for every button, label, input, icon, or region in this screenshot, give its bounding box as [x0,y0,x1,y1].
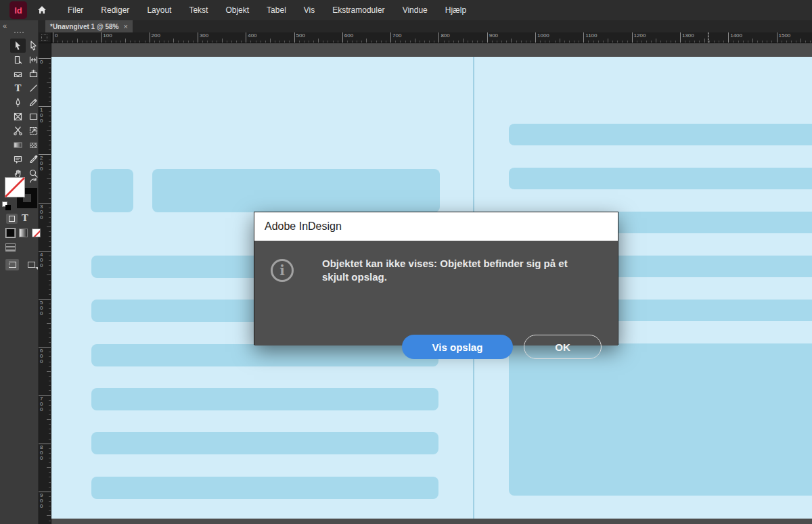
menu-vis[interactable]: Vis [295,0,323,20]
content-collector-tool-icon[interactable] [10,67,26,81]
default-fill-stroke-icon[interactable] [2,201,11,210]
tab-close-icon[interactable]: × [123,23,127,30]
gradient-tool-icon[interactable] [10,138,26,152]
document-tab-label: *Unavngivet 1 @ 58% [50,23,118,30]
content-block[interactable] [509,343,812,496]
note-tool-icon[interactable] [10,152,26,166]
alert-dialog: Adobe InDesign i Objektet kan ikke vises… [254,212,618,345]
frame-tool-icon[interactable] [10,110,26,124]
dialog-body: i Objektet kan ikke vises: Objektet befi… [254,241,618,346]
gradient-feather-tool-icon[interactable] [26,138,41,152]
type-tool-icon[interactable]: T [10,81,26,95]
pencil-tool-icon[interactable] [26,95,41,110]
fill-color-swatch[interactable] [5,177,25,197]
content-block[interactable] [509,124,812,145]
direct-selection-tool-icon[interactable] [26,39,41,53]
apply-none-button[interactable] [32,229,41,237]
ok-button[interactable]: OK [524,335,602,359]
tools-panel: « T [0,20,39,524]
page-tool-icon[interactable] [10,53,26,67]
eyedropper-tool-icon[interactable] [26,152,41,166]
chevron-down-icon [35,267,38,270]
menu-vindue[interactable]: Vindue [394,0,436,20]
content-block[interactable] [152,169,440,212]
apply-color-row [6,229,41,237]
home-icon[interactable] [36,4,48,16]
menu-layout[interactable]: Layout [138,0,180,20]
dialog-title: Adobe InDesign [254,212,618,241]
horizontal-ruler[interactable]: 0100200300400500600700800900100011001200… [39,32,812,43]
content-block[interactable] [91,477,438,499]
content-block[interactable] [91,388,438,410]
content-block[interactable] [509,168,812,189]
scissors-tool-icon[interactable] [10,124,26,138]
menu-bar: Id Filer Rediger Layout Tekst Objekt Tab… [0,0,812,20]
content-placer-tool-icon[interactable] [26,67,41,81]
indesign-window: Id Filer Rediger Layout Tekst Objekt Tab… [0,0,812,524]
swap-fill-stroke-icon[interactable] [29,176,38,185]
menu-tekst[interactable]: Tekst [180,0,217,20]
indesign-logo-icon: Id [9,1,27,19]
screen-mode-normal-button[interactable] [5,259,19,270]
menu-ekstramoduler[interactable]: Ekstramoduler [323,0,393,20]
content-block[interactable] [91,432,438,454]
line-tool-icon[interactable] [26,81,41,95]
content-block[interactable] [91,169,133,212]
gap-tool-icon[interactable] [26,53,41,67]
menu-items: Filer Rediger Layout Tekst Objekt Tabel … [59,0,475,20]
menu-tabel[interactable]: Tabel [258,0,295,20]
dialog-message: Objektet kan ikke vises: Objektet befind… [322,257,593,284]
formatting-container-button[interactable] [6,214,18,224]
menu-objekt[interactable]: Objekt [217,0,258,20]
formatting-text-button[interactable]: T [22,213,28,223]
document-tab-bar: *Unavngivet 1 @ 58% × [39,20,812,32]
tool-list: T [10,39,41,181]
free-transform-tool-icon[interactable] [26,124,41,138]
selection-tool-icon[interactable] [10,39,26,53]
document-tab[interactable]: *Unavngivet 1 @ 58% × [45,20,133,32]
view-options-icon[interactable] [5,243,16,252]
apply-gradient-button[interactable] [19,229,28,237]
menu-filer[interactable]: Filer [59,0,92,20]
panel-grip[interactable] [14,32,24,33]
apply-color-button[interactable] [6,229,15,237]
menu-hjaelp[interactable]: Hjælp [436,0,475,20]
menu-rediger[interactable]: Rediger [92,0,138,20]
dialog-buttons: Vis opslag OK [254,335,618,359]
rectangle-tool-icon[interactable] [26,110,41,124]
info-icon: i [271,259,294,282]
pen-tool-icon[interactable] [10,95,26,110]
collapse-panel-icon[interactable]: « [3,22,7,30]
screen-mode-preview-button[interactable] [24,259,38,270]
vis-opslag-button[interactable]: Vis opslag [402,335,513,359]
